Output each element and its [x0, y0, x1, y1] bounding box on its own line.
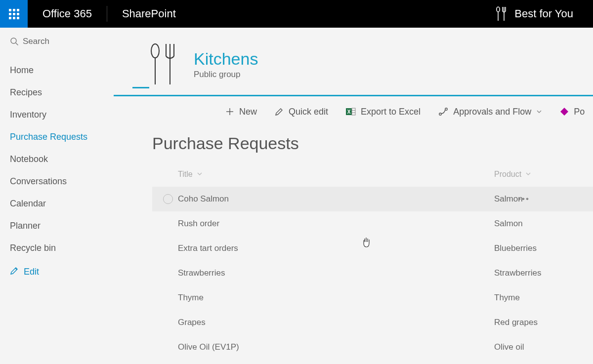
brand-text: Best for You — [514, 7, 573, 20]
brand-block[interactable]: Best for You — [495, 6, 593, 21]
command-bar: New Quick edit X Export to Excel — [114, 96, 593, 127]
list-row[interactable]: Thyme•••Thyme — [152, 285, 593, 310]
cell-title[interactable]: Coho Salmon — [178, 194, 494, 204]
site-subtitle: Public group — [194, 70, 258, 80]
site-logo-spoon-fork-icon — [145, 42, 180, 86]
nav-item[interactable]: Recycle bin — [10, 237, 114, 259]
search-input[interactable]: Search — [10, 37, 114, 46]
edit-nav-label: Edit — [24, 267, 39, 277]
nav-item[interactable]: Purchase Requests — [10, 126, 114, 148]
row-selector[interactable] — [158, 194, 178, 204]
pencil-icon — [10, 266, 19, 278]
approvals-flow-button[interactable]: Approvals and Flow — [438, 107, 542, 117]
svg-point-8 — [151, 44, 159, 58]
list-row[interactable]: Strawberries•••Strawberries — [152, 261, 593, 285]
column-header-product[interactable]: Product — [494, 170, 531, 179]
left-nav: Search HomeRecipesInventoryPurchase Requ… — [0, 28, 114, 364]
svg-line-6 — [16, 43, 18, 45]
svg-marker-22 — [560, 108, 568, 116]
cell-product: Salmon — [494, 219, 523, 229]
cell-product: Olive oil — [494, 342, 524, 352]
column-product-label: Product — [494, 170, 521, 179]
suite-header: Office 365 SharePoint Best for You — [0, 0, 593, 28]
search-icon — [10, 37, 19, 46]
chevron-down-icon — [197, 170, 203, 179]
cell-product: Strawberries — [494, 268, 541, 278]
cell-title[interactable]: Extra tart orders — [178, 243, 494, 253]
tab-indicator — [132, 87, 149, 88]
quick-edit-label: Quick edit — [289, 107, 328, 117]
cell-product: Thyme — [494, 293, 520, 303]
svg-text:X: X — [347, 109, 351, 115]
nav-item[interactable]: Notebook — [10, 148, 114, 170]
cell-title[interactable]: Thyme — [178, 293, 494, 303]
cell-title[interactable]: Strawberries — [178, 268, 494, 278]
row-selector[interactable] — [158, 219, 178, 229]
site-header: Kitchens Public group — [114, 42, 593, 86]
nav-item[interactable]: Recipes — [10, 81, 114, 104]
site-title[interactable]: Kitchens — [194, 49, 258, 69]
chevron-down-icon — [536, 109, 542, 115]
svg-rect-17 — [352, 108, 355, 115]
powerapps-button[interactable]: Po — [560, 107, 585, 117]
plus-icon — [225, 107, 234, 116]
waffle-icon — [9, 9, 19, 19]
list-row[interactable]: Extra tart orders•••Blueberries — [152, 236, 593, 261]
powerapps-icon — [560, 107, 569, 116]
suite-title[interactable]: Office 365 — [28, 7, 107, 20]
edit-nav-link[interactable]: Edit — [10, 259, 114, 278]
cell-title[interactable]: Grapes — [178, 318, 494, 327]
column-title-label: Title — [178, 170, 193, 179]
cell-product: Red grapes — [494, 318, 538, 327]
app-launcher-button[interactable] — [0, 0, 28, 28]
excel-icon: X — [346, 107, 356, 116]
nav-item[interactable]: Planner — [10, 215, 114, 237]
export-label: Export to Excel — [361, 107, 421, 117]
nav-item[interactable]: Calendar — [10, 193, 114, 215]
export-excel-button[interactable]: X Export to Excel — [346, 107, 421, 117]
nav-item[interactable]: Conversations — [10, 170, 114, 193]
row-selector[interactable] — [158, 243, 178, 253]
app-name[interactable]: SharePoint — [107, 7, 191, 20]
svg-point-20 — [439, 113, 441, 115]
new-button[interactable]: New — [225, 107, 257, 117]
column-header-title[interactable]: Title — [178, 170, 494, 179]
cell-product: Blueberries — [494, 243, 537, 253]
column-headers: Title Product — [152, 170, 593, 179]
list-title: Purchase Requests — [152, 134, 593, 153]
row-selector[interactable] — [158, 318, 178, 327]
main-content: Kitchens Public group New Quick edit — [114, 28, 593, 364]
list-row[interactable]: Olive Oil (EV1P)•••Olive oil — [152, 335, 593, 360]
row-selector[interactable] — [158, 293, 178, 303]
list-row[interactable]: Coho Salmon•••Salmon — [152, 187, 593, 211]
row-selector[interactable] — [158, 342, 178, 352]
cell-title[interactable]: Olive Oil (EV1P) — [178, 342, 494, 352]
spoon-fork-icon — [495, 6, 508, 21]
list-row[interactable]: Grapes•••Red grapes — [152, 310, 593, 335]
cell-title[interactable]: Rush order — [178, 219, 494, 229]
svg-point-5 — [11, 38, 16, 43]
row-selector[interactable] — [158, 268, 178, 278]
search-placeholder: Search — [23, 37, 49, 46]
powerapps-label: Po — [574, 107, 585, 117]
chevron-down-icon — [525, 170, 531, 179]
nav-item[interactable]: Inventory — [10, 104, 114, 126]
pencil-icon — [275, 107, 284, 116]
flow-icon — [438, 107, 448, 116]
quick-edit-button[interactable]: Quick edit — [275, 107, 328, 117]
approvals-label: Approvals and Flow — [453, 107, 531, 117]
list-row[interactable]: Rush order•••Salmon — [152, 211, 593, 236]
row-actions-button[interactable]: ••• — [518, 194, 530, 204]
new-label: New — [239, 107, 257, 117]
nav-item[interactable]: Home — [10, 59, 114, 81]
svg-point-0 — [497, 7, 500, 12]
